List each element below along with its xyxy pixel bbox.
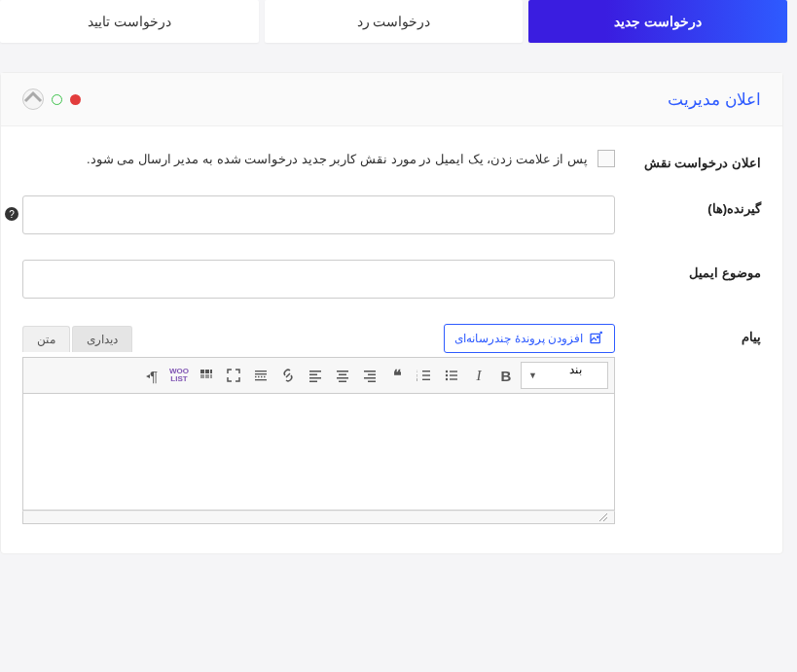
toolbar-toggle-button[interactable] [194,363,219,388]
window-dots [22,88,81,110]
svg-rect-22 [309,371,321,372]
svg-text:3: 3 [417,377,418,382]
label-subject: موضوع ایمیل [615,260,761,280]
svg-rect-19 [339,374,346,376]
editor-tab-text-label: متن [37,333,55,346]
svg-rect-13 [422,379,430,380]
form-body: اعلان درخواست نقش پس از علامت زدن، یک ای… [1,126,782,553]
format-select-wrap: بند ▼ [521,362,608,389]
input-recipients[interactable] [22,195,615,234]
editor-topbar: افزودن پروندهٔ چندرسانه‌ای دیداری متن [22,324,615,353]
svg-rect-27 [255,373,267,374]
tab-reject-request[interactable]: درخواست رد [265,0,524,43]
svg-rect-32 [210,370,212,373]
checkbox-role-notify[interactable] [598,150,615,167]
align-right-button[interactable] [357,363,382,388]
format-select[interactable]: بند [521,362,608,389]
input-subject[interactable] [22,260,615,299]
label-role-notify: اعلان درخواست نقش [615,150,761,170]
paragraph-direction-button[interactable]: ¶◂ [139,363,164,388]
editor-mode-tabs: دیداری متن [22,326,132,352]
field-recipients: ? [22,195,615,234]
bold-button[interactable]: B [493,363,519,388]
svg-rect-15 [368,374,376,376]
row-role-notify: اعلان درخواست نقش پس از علامت زدن، یک ای… [22,150,761,170]
tab-approve-label: درخواست تایید [88,14,171,29]
svg-rect-20 [337,377,348,379]
editor-toolbar: بند ▼ B I 123 ❝ WOOLIST ¶◂ [22,357,615,394]
help-icon[interactable]: ? [5,207,18,221]
svg-rect-14 [364,371,376,372]
svg-rect-24 [309,377,321,379]
svg-rect-16 [364,377,376,379]
panel-header: اعلان مدیریت [1,73,782,126]
row-subject: موضوع ایمیل [22,260,761,299]
svg-rect-12 [422,374,430,375]
media-icon [589,331,604,346]
tab-new-label: درخواست جدید [614,14,702,29]
svg-point-1 [597,336,599,338]
label-message: پیام [615,324,761,344]
svg-rect-6 [450,374,457,375]
svg-rect-31 [205,370,209,373]
tab-approve-request[interactable]: درخواست تایید [0,0,259,43]
svg-rect-21 [339,381,346,383]
blockquote-button[interactable]: ❝ [384,363,410,388]
svg-rect-23 [309,374,317,376]
chevron-up-icon [23,89,43,109]
editor-wrap: افزودن پروندهٔ چندرسانه‌ای دیداری متن بن… [22,324,615,524]
row-recipients: گیرنده(ها) ? [22,195,761,234]
dot-green-icon [52,94,62,105]
label-recipients: گیرنده(ها) [615,195,761,216]
tab-reject-label: درخواست رد [357,14,431,29]
link-button[interactable] [275,363,301,388]
svg-rect-29 [255,379,267,380]
desc-role-notify: پس از علامت زدن، یک ایمیل در مورد نقش کا… [87,152,588,166]
italic-button[interactable]: I [466,363,491,388]
svg-rect-5 [450,371,457,371]
woo-shortcodes-button[interactable]: WOOLIST [166,363,192,388]
editor-tab-text[interactable]: متن [22,326,70,352]
svg-point-2 [446,371,448,372]
bulleted-list-button[interactable] [439,363,464,388]
settings-panel: اعلان مدیریت اعلان درخواست نقش پس از علا… [0,72,783,554]
fullscreen-button[interactable] [221,363,246,388]
svg-rect-30 [200,370,204,373]
numbered-list-button[interactable]: 123 [412,363,437,388]
add-media-button[interactable]: افزودن پروندهٔ چندرسانه‌ای [444,324,615,353]
dot-red-icon [70,94,81,105]
resize-grip-icon [598,513,608,522]
panel-title: اعلان مدیریت [668,89,761,110]
svg-rect-26 [255,371,267,371]
insert-more-button[interactable] [248,363,273,388]
svg-rect-34 [205,374,209,378]
editor-tab-visual-label: دیداری [87,333,118,346]
tabs-nav: درخواست جدید درخواست رد درخواست تایید [0,0,797,43]
tab-new-request[interactable]: درخواست جدید [528,0,787,43]
row-message: پیام افزودن پروندهٔ چندرسانه‌ای دیداری م… [22,324,761,524]
svg-rect-35 [210,374,212,378]
align-left-button[interactable] [303,363,328,388]
woo-icon: WOOLIST [169,368,189,383]
align-center-button[interactable] [330,363,355,388]
format-select-label: بند [569,363,582,376]
svg-rect-11 [422,371,430,371]
resize-handle[interactable] [22,511,615,524]
svg-rect-17 [368,381,376,383]
svg-point-3 [446,374,448,376]
add-media-label: افزودن پروندهٔ چندرسانه‌ای [454,332,583,345]
svg-rect-25 [309,381,317,383]
field-subject [22,260,615,299]
svg-rect-33 [200,374,204,378]
svg-point-4 [446,378,448,380]
svg-rect-18 [337,371,348,372]
editor-content[interactable] [22,394,615,511]
collapse-button[interactable] [22,88,44,110]
svg-rect-7 [450,378,457,379]
field-role-notify: پس از علامت زدن، یک ایمیل در مورد نقش کا… [22,150,615,167]
editor-tab-visual[interactable]: دیداری [72,326,132,352]
